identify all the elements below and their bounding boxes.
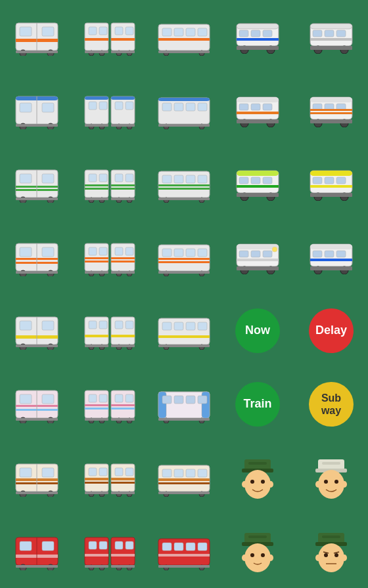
cell-r4c3[interactable]	[147, 220, 221, 294]
svg-rect-280	[16, 492, 58, 494]
cell-r7c3[interactable]	[147, 441, 221, 514]
svg-point-366	[334, 553, 338, 557]
svg-rect-73	[162, 103, 172, 111]
svg-rect-72	[158, 98, 210, 101]
svg-rect-290	[111, 482, 135, 484]
svg-rect-202	[310, 259, 352, 261]
cell-r2c4[interactable]	[221, 74, 294, 147]
svg-point-359	[242, 555, 247, 561]
cell-r5c2[interactable]	[74, 294, 147, 368]
svg-rect-215	[89, 321, 97, 329]
cell-r2c2[interactable]	[74, 74, 147, 147]
cell-r6c2[interactable]	[74, 368, 147, 441]
cell-r1c5[interactable]	[294, 0, 368, 74]
svg-rect-336	[115, 541, 123, 549]
svg-rect-153	[20, 247, 32, 257]
svg-rect-110	[99, 174, 107, 182]
cell-r1c4[interactable]	[221, 0, 294, 74]
cell-r6c5[interactable]: Sub way	[294, 368, 368, 441]
svg-rect-267	[186, 396, 195, 404]
svg-rect-135	[237, 171, 279, 176]
svg-rect-26	[198, 28, 207, 36]
svg-rect-59	[89, 102, 97, 110]
cell-r3c2[interactable]	[74, 147, 147, 220]
svg-rect-205	[310, 266, 352, 270]
svg-rect-137	[251, 177, 260, 184]
cell-r2c1[interactable]	[0, 74, 74, 147]
svg-rect-208	[42, 321, 54, 330]
svg-rect-169	[111, 257, 135, 259]
svg-rect-39	[237, 46, 279, 50]
cell-r5c5[interactable]: Delay	[294, 294, 368, 368]
svg-rect-111	[85, 184, 108, 186]
cell-r4c5[interactable]	[294, 220, 368, 294]
svg-rect-34	[251, 30, 260, 37]
cell-r5c1[interactable]	[0, 294, 74, 368]
cell-r5c4[interactable]: Now	[221, 294, 294, 368]
svg-rect-287	[115, 468, 123, 476]
svg-point-193	[272, 247, 277, 252]
cell-r3c1[interactable]	[0, 147, 74, 220]
cell-r1c1[interactable]	[0, 0, 74, 74]
svg-point-356	[244, 543, 271, 572]
svg-rect-213	[16, 345, 58, 347]
cell-r4c1[interactable]	[0, 220, 74, 294]
cell-r4c4[interactable]	[221, 220, 294, 294]
cell-r5c3[interactable]	[147, 294, 221, 368]
cell-r7c5[interactable]	[294, 441, 368, 514]
cell-r6c4[interactable]: Train	[221, 368, 294, 441]
cell-r1c2[interactable]	[74, 0, 147, 74]
svg-rect-151	[310, 193, 352, 197]
svg-rect-322	[322, 462, 340, 465]
cell-r2c5[interactable]	[294, 74, 368, 147]
svg-rect-273	[20, 468, 32, 477]
svg-rect-332	[89, 541, 97, 549]
cell-r1c3[interactable]	[147, 0, 221, 74]
svg-rect-2	[42, 27, 54, 36]
svg-rect-182	[158, 258, 210, 260]
cell-r2c3[interactable]	[147, 74, 221, 147]
cell-r7c1[interactable]	[0, 441, 74, 514]
svg-rect-372	[322, 536, 340, 538]
svg-rect-20	[85, 51, 108, 53]
svg-rect-353	[158, 565, 210, 568]
svg-rect-254	[111, 404, 135, 406]
cell-r7c4[interactable]	[221, 441, 294, 514]
cell-r8c3[interactable]	[147, 514, 221, 588]
svg-rect-10	[99, 27, 107, 35]
svg-rect-101	[42, 174, 54, 183]
delay-badge[interactable]: Delay	[309, 308, 354, 353]
cell-r3c3[interactable]	[147, 147, 221, 220]
now-badge[interactable]: Now	[235, 308, 280, 353]
cell-r3c4[interactable]	[221, 147, 294, 220]
svg-rect-196	[237, 266, 279, 270]
svg-rect-179	[174, 249, 183, 257]
cell-r6c1[interactable]	[0, 368, 74, 441]
svg-rect-295	[85, 492, 108, 494]
svg-rect-84	[263, 104, 272, 110]
svg-rect-95	[310, 112, 352, 114]
train-badge[interactable]: Train	[235, 382, 280, 427]
cell-r8c5[interactable]	[294, 514, 368, 588]
cell-r3c5[interactable]	[294, 147, 368, 220]
cell-r7c2[interactable]	[74, 441, 147, 514]
svg-rect-299	[174, 469, 183, 477]
svg-rect-130	[158, 188, 210, 190]
cell-r8c4[interactable]	[221, 514, 294, 588]
svg-rect-23	[162, 28, 172, 36]
svg-rect-181	[198, 249, 207, 257]
svg-rect-260	[85, 418, 108, 421]
subway-badge[interactable]: Sub way	[309, 382, 354, 427]
cell-r8c1[interactable]	[0, 514, 74, 588]
svg-rect-48	[310, 46, 352, 50]
svg-rect-346	[162, 543, 172, 551]
svg-rect-216	[99, 321, 107, 329]
svg-rect-94	[310, 109, 352, 111]
svg-rect-74	[174, 103, 183, 111]
cell-r6c3[interactable]	[147, 368, 221, 441]
svg-rect-298	[162, 469, 172, 477]
cell-r4c2[interactable]	[74, 220, 147, 294]
svg-rect-35	[263, 30, 272, 37]
cell-r8c2[interactable]	[74, 514, 147, 588]
svg-point-310	[250, 480, 254, 484]
